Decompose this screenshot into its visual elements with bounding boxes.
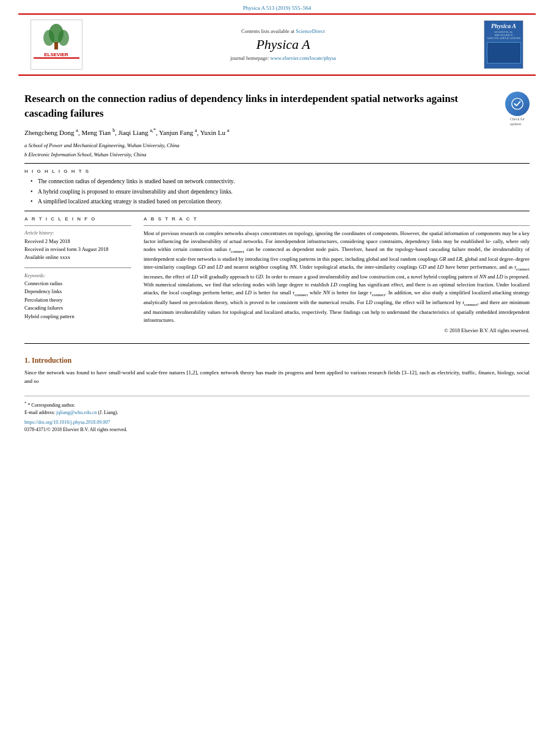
doi-link[interactable]: https://doi.org/10.1016/j.physa.2018.09.…: [24, 420, 110, 425]
rights-note: 0378-4371/© 2018 Elsevier B.V. All right…: [24, 426, 530, 434]
thumb-image: [487, 42, 521, 64]
affiliation-b: b Electronic Information School, Wuhan U…: [24, 151, 530, 159]
keyword-2: Dependency links: [24, 288, 131, 296]
available-date: Available online xxxx: [24, 253, 131, 261]
divider-1: [24, 163, 530, 164]
corresponding-note: * * Corresponding author.: [24, 400, 530, 409]
elsevier-logo: ELSEVIER: [31, 20, 82, 70]
revised-date: Received in revised form 3 August 2018: [24, 245, 131, 253]
affiliation-a: a School of Power and Mechanical Enginee…: [24, 142, 530, 150]
article-info-col: A R T I C L E I N F O Article history: R…: [24, 216, 131, 335]
highlights-list: The connection radius of dependency link…: [24, 177, 530, 206]
svg-point-2: [43, 30, 54, 46]
homepage-link[interactable]: www.elsevier.com/locate/physa: [271, 55, 337, 61]
journal-thumbnail: Physica A STATISTICAL MECHANICSAND ITS A…: [484, 20, 523, 69]
highlights-section: H I G H L I G H T S The connection radiu…: [24, 169, 530, 206]
journal-center-header: Contents lists available at ScienceDirec…: [95, 28, 472, 61]
two-column-section: A R T I C L E I N F O Article history: R…: [24, 216, 530, 335]
keywords-label: Keywords:: [24, 273, 131, 278]
intro-title: 1. Introduction: [24, 356, 530, 365]
keyword-5: Hybrid coupling pattern: [24, 313, 131, 321]
page: Physica A 513 (2019) 555–564 ELSEVIER: [0, 0, 554, 756]
title-area: Research on the connection radius of dep…: [24, 92, 530, 121]
doi-text: Physica A 513 (2019) 555–564: [243, 5, 312, 11]
divider-2: [24, 211, 530, 211]
copyright-text: © 2018 Elsevier B.V. All rights reserved…: [144, 327, 530, 335]
history-label: Article history:: [24, 230, 131, 236]
check-badge-circle: [505, 92, 530, 116]
authors-line: Zhengcheng Dong a, Meng Tian b, Jiaqi Li…: [24, 127, 530, 138]
keyword-3: Percolation theory: [24, 296, 131, 305]
abstract-label: A B S T R A C T: [144, 216, 530, 222]
list-item: A hybrid coupling is proposed to ensure …: [31, 187, 530, 196]
divider-3: [24, 343, 530, 344]
divider-keywords: [24, 267, 131, 268]
divider-abstract: [144, 225, 530, 226]
received-date: Received 2 May 2018: [24, 238, 131, 245]
homepage-line: journal homepage: www.elsevier.com/locat…: [95, 55, 472, 61]
list-item: A simplified localized attacking strateg…: [31, 197, 530, 206]
journal-name: Physica A: [95, 37, 472, 53]
svg-point-3: [58, 30, 69, 46]
svg-text:ELSEVIER: ELSEVIER: [44, 52, 68, 57]
abstract-text: Most of previous research on complex net…: [144, 230, 530, 335]
paper-title: Research on the connection radius of dep…: [24, 92, 530, 121]
divider-article: [24, 225, 131, 226]
article-info-label: A R T I C L E I N F O: [24, 216, 131, 222]
highlights-label: H I G H L I G H T S: [24, 169, 530, 174]
footer-notes: * * Corresponding author. E-mail address…: [24, 396, 530, 434]
doi-footer: https://doi.org/10.1016/j.physa.2018.09.…: [24, 419, 530, 426]
journal-header: ELSEVIER Contents lists available at Sci…: [18, 13, 536, 76]
thumb-journal-name: Physica A: [491, 23, 516, 29]
svg-point-7: [512, 98, 523, 109]
check-label: Check forupdates: [510, 117, 525, 127]
keyword-1: Connection radius: [24, 280, 131, 288]
sciencedirect-link[interactable]: ScienceDirect: [296, 28, 325, 34]
check-for-updates-badge: Check forupdates: [505, 92, 530, 127]
main-content: Research on the connection radius of dep…: [0, 76, 554, 446]
svg-rect-4: [54, 42, 58, 49]
abstract-col: A B S T R A C T Most of previous researc…: [144, 216, 530, 335]
doi-bar: Physica A 513 (2019) 555–564: [0, 0, 554, 13]
keyword-4: Cascading failures: [24, 304, 131, 313]
list-item: The connection radius of dependency link…: [31, 177, 530, 186]
email-link[interactable]: jqliang@whu.edu.cn: [56, 410, 97, 415]
introduction-section: 1. Introduction Since the network was fo…: [24, 356, 530, 386]
intro-text: Since the network was found to have smal…: [24, 369, 530, 386]
thumb-subtitle: STATISTICAL MECHANICSAND ITS APPLICATION…: [486, 31, 521, 40]
email-note: E-mail address: jqliang@whu.edu.cn (J. L…: [24, 409, 530, 416]
sciencedirect-line: Contents lists available at ScienceDirec…: [95, 28, 472, 34]
